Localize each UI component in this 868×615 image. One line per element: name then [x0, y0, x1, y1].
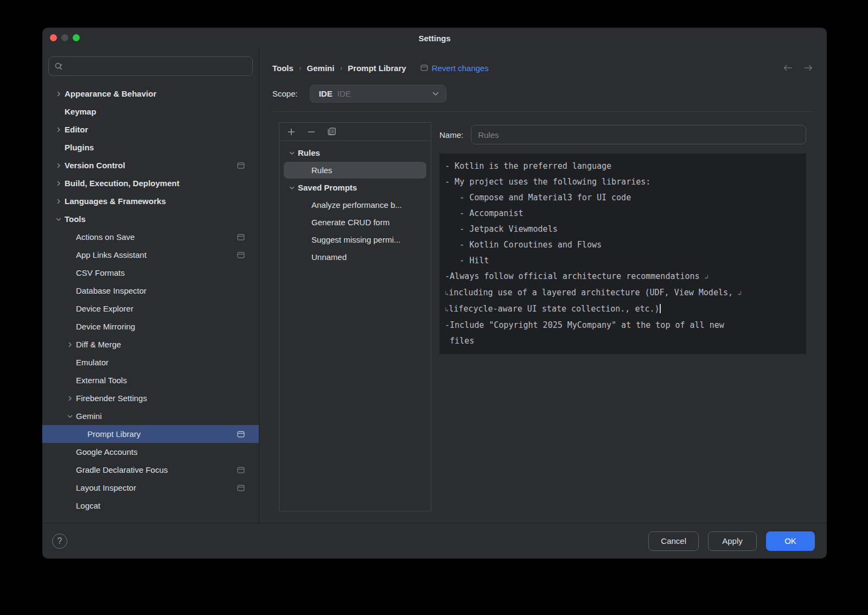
scope-dropdown[interactable]: IDE IDE [310, 85, 446, 103]
sidebar-item-label: Actions on Save [76, 232, 135, 242]
settings-sidebar: Appearance & BehaviorKeymapEditorPlugins… [42, 48, 259, 523]
sidebar-item-keymap[interactable]: Keymap [42, 103, 259, 121]
window-title: Settings [42, 28, 827, 48]
editor-line: - Jetpack Viewmodels [445, 221, 801, 237]
chevron-right-icon[interactable] [55, 126, 62, 133]
remove-prompt-button[interactable] [305, 125, 318, 138]
prompt-name-input[interactable] [471, 125, 806, 144]
prompt-detail-pane: Name: - Kotlin is the preferred language… [439, 122, 806, 511]
chevron-down-icon[interactable] [55, 216, 62, 223]
sidebar-item-emulator[interactable]: Emulator [42, 353, 259, 371]
forward-arrow-icon[interactable] [803, 64, 814, 72]
chevron-right-icon[interactable] [55, 198, 62, 205]
sidebar-item-diff-merge[interactable]: Diff & Merge [42, 335, 259, 353]
editor-line-text: - Jetpack Viewmodels [445, 224, 558, 234]
sidebar-item-google-accounts[interactable]: Google Accounts [42, 443, 259, 461]
prompt-tree-item-rules[interactable]: Rules [284, 162, 426, 179]
sidebar-item-label: Languages & Frameworks [65, 196, 166, 206]
tree-toggle[interactable] [64, 413, 76, 420]
editor-line-text: - Hilt [445, 256, 489, 265]
chevron-right-icon[interactable] [55, 162, 62, 169]
tree-toggle[interactable] [53, 216, 65, 223]
breadcrumb-tools[interactable]: Tools [272, 64, 293, 73]
breadcrumb-separator: › [299, 64, 302, 72]
sidebar-item-label: Version Control [65, 161, 125, 170]
sidebar-item-device-mirroring[interactable]: Device Mirroring [42, 318, 259, 335]
ide-settings-icon [237, 162, 245, 169]
tree-toggle[interactable] [286, 185, 298, 191]
soft-wrap-end-icon: ↲ [738, 289, 742, 297]
tree-toggle[interactable] [53, 198, 65, 205]
prompt-text-editor[interactable]: - Kotlin is the preferred language- My p… [439, 154, 806, 354]
ide-settings-icon [237, 234, 245, 240]
sidebar-item-label: Editor [65, 125, 88, 134]
help-icon[interactable]: ? [52, 534, 67, 549]
ok-button[interactable]: OK [766, 531, 815, 551]
prompt-list-toolbar [279, 123, 431, 141]
chevron-down-icon[interactable] [289, 185, 295, 191]
breadcrumb-gemini[interactable]: Gemini [307, 64, 335, 73]
tree-toggle[interactable] [53, 162, 65, 169]
prompt-tree-group-saved-prompts[interactable]: Saved Prompts [284, 179, 426, 196]
chevron-right-icon[interactable] [67, 395, 73, 402]
prompt-tree-item-unnamed[interactable]: Unnamed [284, 249, 426, 265]
sidebar-item-tools[interactable]: Tools [42, 210, 259, 228]
chevron-right-icon[interactable] [55, 180, 62, 187]
sidebar-item-label: Appearance & Behavior [65, 89, 156, 98]
prompt-tree-label: Analyze performance b... [311, 200, 402, 210]
sidebar-item-appearance-behavior[interactable]: Appearance & Behavior [42, 85, 259, 103]
sidebar-item-csv-formats[interactable]: CSV Formats [42, 264, 259, 282]
apply-button[interactable]: Apply [708, 531, 757, 551]
ide-settings-icon [237, 467, 245, 473]
search-input[interactable] [48, 56, 253, 76]
prompt-tree-item-suggest-missing-permi[interactable]: Suggest missing permi... [284, 231, 426, 248]
sidebar-item-plugins[interactable]: Plugins [42, 138, 259, 156]
sidebar-item-gemini[interactable]: Gemini [42, 407, 259, 425]
sidebar-item-logcat[interactable]: Logcat [42, 497, 259, 515]
name-label: Name: [439, 130, 463, 140]
editor-line: - Accompanist [445, 206, 801, 221]
editor-line: -Include "Copyright 2025 MyCompany" at t… [445, 318, 801, 333]
chevron-down-icon[interactable] [67, 413, 73, 420]
tree-toggle[interactable] [64, 341, 76, 348]
revert-changes-link[interactable]: Revert changes [420, 64, 489, 73]
tree-toggle[interactable] [286, 150, 298, 156]
sidebar-item-version-control[interactable]: Version Control [42, 156, 259, 174]
tree-toggle[interactable] [53, 91, 65, 97]
tree-toggle[interactable] [53, 180, 65, 187]
sidebar-item-gradle-declarative-focus[interactable]: Gradle Declarative Focus [42, 461, 259, 479]
sidebar-item-label: CSV Formats [76, 268, 125, 277]
back-arrow-icon[interactable] [782, 64, 793, 72]
settings-content: Tools › Gemini › Prompt Library Revert c… [259, 48, 827, 523]
editor-line-text: - Kotlin Coroutines and Flows [445, 240, 602, 250]
sidebar-item-app-links-assistant[interactable]: App Links Assistant [42, 246, 259, 264]
sidebar-item-database-inspector[interactable]: Database Inspector [42, 282, 259, 300]
prompt-tree-label: Unnamed [311, 252, 347, 262]
editor-line: ↳lifecycle-aware UI state collection., e… [445, 301, 801, 318]
sidebar-item-firebender-settings[interactable]: Firebender Settings [42, 389, 259, 407]
editor-line-text: - Kotlin is the preferred language [445, 161, 611, 171]
sidebar-item-languages-frameworks[interactable]: Languages & Frameworks [42, 192, 259, 210]
chevron-right-icon[interactable] [67, 341, 73, 348]
sidebar-item-label: Diff & Merge [76, 340, 121, 349]
tree-toggle[interactable] [64, 395, 76, 402]
sidebar-item-prompt-library[interactable]: Prompt Library [42, 425, 259, 443]
prompt-tree-item-generate-crud-form[interactable]: Generate CRUD form [284, 214, 426, 231]
tree-toggle[interactable] [53, 126, 65, 133]
copy-prompt-button[interactable] [325, 125, 338, 138]
sidebar-item-external-tools[interactable]: External Tools [42, 371, 259, 389]
chevron-down-icon[interactable] [289, 150, 295, 156]
sidebar-item-layout-inspector[interactable]: Layout Inspector [42, 479, 259, 497]
add-prompt-button[interactable] [285, 125, 298, 138]
chevron-right-icon[interactable] [55, 91, 62, 97]
sidebar-item-editor[interactable]: Editor [42, 121, 259, 138]
sidebar-item-device-explorer[interactable]: Device Explorer [42, 300, 259, 318]
breadcrumb-prompt-library: Prompt Library [348, 64, 406, 73]
editor-line-text: - Accompanist [445, 208, 524, 218]
prompt-tree-group-rules[interactable]: Rules [284, 144, 426, 161]
cancel-button[interactable]: Cancel [648, 531, 699, 551]
sidebar-item-actions-on-save[interactable]: Actions on Save [42, 228, 259, 246]
editor-line: - Compose and Material3 for UI code [445, 190, 801, 206]
prompt-tree-item-analyze-performance-b[interactable]: Analyze performance b... [284, 196, 426, 213]
sidebar-item-build-execution-deployment[interactable]: Build, Execution, Deployment [42, 174, 259, 192]
